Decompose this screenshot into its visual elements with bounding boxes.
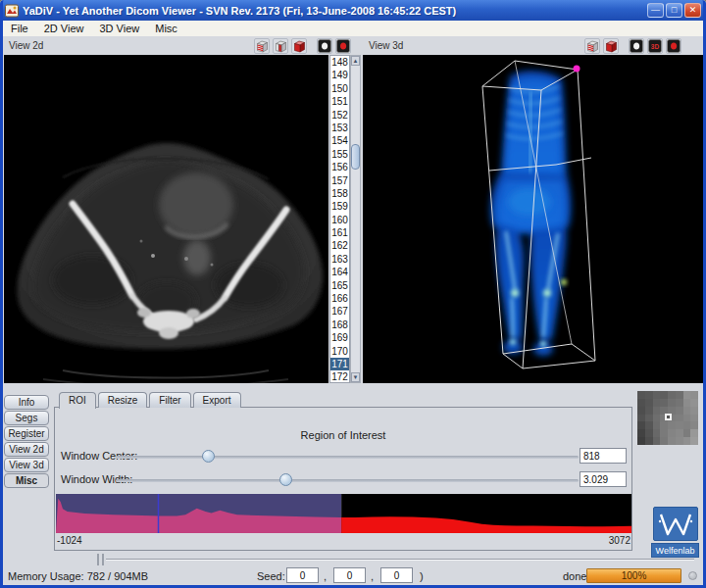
pixel-preview-marker xyxy=(665,414,672,420)
slice-item-157[interactable]: 157 xyxy=(330,174,349,187)
half-volume-cube-icon[interactable] xyxy=(273,38,288,54)
slider-track[interactable] xyxy=(116,479,579,482)
slider-thumb[interactable] xyxy=(202,450,215,463)
slice-stack-cube-icon[interactable] xyxy=(254,38,270,54)
box-corner-handle xyxy=(574,66,580,73)
view2d-canvas[interactable] xyxy=(4,55,328,383)
slice-item-162[interactable]: 162 xyxy=(330,239,349,252)
side-tab-info[interactable]: Info xyxy=(4,395,49,410)
slice-item-172[interactable]: 172 xyxy=(330,370,349,383)
slice-item-170[interactable]: 170 xyxy=(330,345,349,358)
seed-y-input[interactable] xyxy=(333,567,366,583)
title-bar[interactable]: YaDiV - Yet Another Dicom Viewer - SVN R… xyxy=(0,0,706,21)
slice-item-156[interactable]: 156 xyxy=(330,161,349,173)
segments-3d-icon[interactable]: 3D xyxy=(647,38,663,54)
view2d-header: View 2d xyxy=(3,37,361,54)
welfenlab-label: Welfenlab xyxy=(651,543,699,558)
slice-item-150[interactable]: 150 xyxy=(330,82,349,95)
menu-file[interactable]: File xyxy=(3,22,36,35)
tab-export[interactable]: Export xyxy=(193,392,241,408)
slice-item-151[interactable]: 151 xyxy=(330,95,349,108)
maximize-button[interactable]: □ xyxy=(666,3,682,18)
slice-item-149[interactable]: 149 xyxy=(330,69,349,81)
scroll-down-button[interactable]: ▼ xyxy=(351,372,360,382)
scrollbar-thumb[interactable] xyxy=(351,144,360,170)
window-width-slider[interactable] xyxy=(116,471,579,488)
segments-white-icon[interactable] xyxy=(629,38,644,54)
window-center-row: Window Center: xyxy=(55,448,631,465)
slice-item-152[interactable]: 152 xyxy=(330,109,349,122)
slice-scrollbar[interactable]: ▲ ▼ xyxy=(350,55,361,383)
segments-red-icon[interactable] xyxy=(666,38,681,54)
slice-item-164[interactable]: 164 xyxy=(330,266,349,278)
window-center-value[interactable] xyxy=(580,448,627,464)
slice-item-169[interactable]: 169 xyxy=(330,331,349,344)
seed-z-input[interactable] xyxy=(380,567,413,583)
full-volume-cube-icon[interactable] xyxy=(291,38,307,54)
slice-list[interactable]: 1481491501511521531541551561571581591601… xyxy=(329,55,350,383)
status-bar: Memory Usage: 782 / 904MB Seed: ( , , ) … xyxy=(3,565,703,585)
view3d-toolbar: 3D xyxy=(575,38,681,54)
scroll-up-button[interactable]: ▲ xyxy=(351,56,360,66)
slice-item-153[interactable]: 153 xyxy=(330,122,349,134)
yadiv-app-icon xyxy=(5,4,19,18)
side-tab-register[interactable]: Register xyxy=(4,426,49,441)
roi-panel-title: Region of Interest xyxy=(55,429,631,441)
roi-tab-bar: ROIResizeFilterExport xyxy=(59,392,243,408)
full-volume-cube-icon[interactable] xyxy=(603,38,619,54)
segments-red-icon[interactable] xyxy=(335,38,351,54)
side-tab-view-3d[interactable]: View 3d xyxy=(4,458,49,472)
side-tab-misc[interactable]: Misc xyxy=(4,473,49,488)
slice-item-155[interactable]: 155 xyxy=(330,148,349,161)
slice-item-167[interactable]: 167 xyxy=(330,305,349,318)
seed-close: ) xyxy=(420,570,424,582)
minimize-button[interactable]: — xyxy=(647,3,664,18)
welfenlab-w-icon xyxy=(657,512,694,537)
bottom-divider xyxy=(106,559,694,561)
slice-item-166[interactable]: 166 xyxy=(330,292,349,305)
seed-comma: , xyxy=(371,570,374,582)
slice-item-163[interactable]: 163 xyxy=(330,253,349,266)
close-button[interactable]: ✕ xyxy=(684,3,701,18)
done-label: done xyxy=(563,570,586,582)
volume-render xyxy=(363,55,703,383)
slider-track[interactable] xyxy=(116,456,579,459)
window-center-slider[interactable] xyxy=(116,448,579,465)
slice-item-148[interactable]: 148 xyxy=(330,56,349,69)
svg-text:3D: 3D xyxy=(651,42,660,49)
slice-stack-cube-icon[interactable] xyxy=(584,38,600,54)
menu-3d-view[interactable]: 3D View xyxy=(92,22,148,35)
seed-x-input[interactable] xyxy=(286,567,319,583)
slice-item-168[interactable]: 168 xyxy=(330,318,349,331)
view3d-canvas[interactable] xyxy=(363,55,703,383)
status-indicator xyxy=(688,571,697,580)
tab-resize[interactable]: Resize xyxy=(98,392,148,408)
segments-white-icon[interactable] xyxy=(317,38,332,54)
slice-item-171[interactable]: 171 xyxy=(330,358,349,370)
slice-item-161[interactable]: 161 xyxy=(330,226,349,239)
side-tab-segs[interactable]: Segs xyxy=(4,411,49,425)
view3d-header: View 3d 3D xyxy=(363,37,703,54)
yadiv-window: YaDiV - Yet Another Dicom Viewer - SVN R… xyxy=(0,0,706,588)
ct-axial-slice xyxy=(4,55,328,383)
roi-panel: Region of Interest Window Center: Window… xyxy=(54,407,632,551)
histogram-axis-labels: -1024 3072 xyxy=(56,535,631,547)
tab-roi[interactable]: ROI xyxy=(59,392,96,409)
slice-item-165[interactable]: 165 xyxy=(330,279,349,292)
slice-item-158[interactable]: 158 xyxy=(330,187,349,200)
window-title: YaDiV - Yet Another Dicom Viewer - SVN R… xyxy=(23,5,456,17)
menu-misc[interactable]: Misc xyxy=(147,22,185,35)
splitter-grip[interactable] xyxy=(97,554,104,565)
window-width-value[interactable] xyxy=(580,471,627,487)
view3d-title: View 3d xyxy=(369,40,575,51)
intensity-histogram[interactable] xyxy=(56,494,631,533)
view2d-title: View 2d xyxy=(9,40,244,51)
view2d-toolbar xyxy=(244,38,351,54)
menu-2d-view[interactable]: 2D View xyxy=(36,22,92,35)
slider-thumb[interactable] xyxy=(279,473,292,486)
slice-item-154[interactable]: 154 xyxy=(330,134,349,147)
slice-item-159[interactable]: 159 xyxy=(330,200,349,213)
tab-filter[interactable]: Filter xyxy=(149,392,190,408)
side-tab-view-2d[interactable]: View 2d xyxy=(4,442,49,457)
slice-item-160[interactable]: 160 xyxy=(330,214,349,226)
